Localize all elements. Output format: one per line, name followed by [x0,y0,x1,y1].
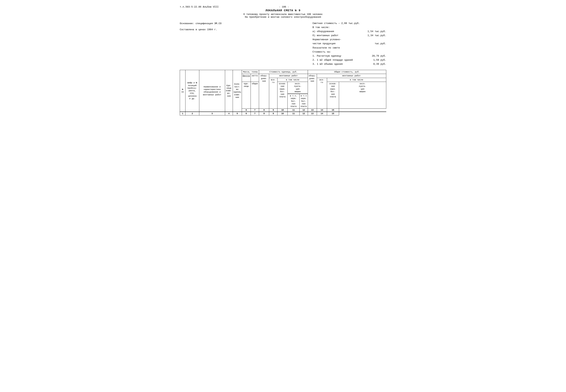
header-row-1: №пп Шифр и №позицийпрейску-ранта,УСН,цен… [180,70,386,74]
colnum-4: 4 [225,112,233,115]
col-num-6: 6 [242,108,251,112]
colnum-13: 13 [308,112,317,115]
col-header-2: Шифр и №позицийпрейску-ранта,УСН,ценника… [185,70,199,112]
col-num-12: 12 [300,108,308,112]
col-header-stoimost-ed: Стоимость единицы, руб. [259,70,308,74]
col-header-vtom-ob: в том числе [327,78,386,82]
col-header-1: №пп [180,70,185,112]
col-num-14: 14 [317,108,327,112]
info-pokazateli: Показатели по смете [313,46,386,50]
colnum-9: 9 [269,112,277,115]
info-norm2: чистая продукция тыс.руб. [313,42,386,46]
colnum-10: 10 [277,112,288,115]
col-header-obor-ed: обору-дова-ния [259,74,269,108]
col-header-montazh-ed: монтажных работ [269,74,308,78]
colnum-14: 14 [317,112,327,115]
col-header-3: Наименование ихарактеристикаоборудования… [199,70,225,112]
colnum-8: 8 [259,112,269,115]
doc-title: ЛОКАЛЬНАЯ СМЕТА № 9 [180,9,386,12]
col-header-netto: нетто [251,74,259,82]
col-header-obor-ob: обору-дова-ния [308,74,317,108]
colnum-1: 1 [180,112,185,115]
info-montazh: б) монтажных работ 1,34 тыс.руб. [313,34,386,38]
col-header-obshaya: общая [251,82,259,108]
info-norm1: Нормативная условно- [313,38,386,42]
col-num-9: 9 [269,108,277,112]
col-num-15: 15 [327,108,339,112]
col-header-vtom-ed: в том числе [277,78,308,82]
info-year: Составлена в ценах 1984 г. [180,28,221,32]
colnum-6: 6 [242,112,251,115]
info-stoimost: Стоимость на: [313,50,386,54]
col-header-mass: Масса, тонны [242,70,259,74]
col-header-montazh-ob: монтажных работ [317,74,386,78]
subtitle2: На приобретение и монтаж силового электр… [180,16,386,18]
info-m2: 2. 1 м2 общей площади зданий 1,59 руб. [313,58,386,62]
col-header-5: Коли-чест-воединицизме-ния [233,70,242,112]
col-num-11: 11 [288,108,300,112]
info-equipment: а) оборудования 1,54 тыс.руб. [313,29,386,34]
colnum-7: 7 [251,112,259,115]
info-vtom: В том числе: [313,26,386,29]
subtitle1: К типовому проекту автовокзала вместимос… [180,13,386,16]
col-header-osnov-ed: основ-наязара-бот-наяплата [277,82,288,108]
col-num-8: 8 [259,108,269,112]
col-header-obsh-stoimost: Общая стоимость, руб. [308,70,386,74]
col-header-exp-dbl-ob: в т.чзара-бот-наяплата [300,94,308,108]
col-header-osnov-ob: основ-наязара-бот-наяплата [327,82,339,108]
colnum-11: 11 [288,112,300,115]
page-number: - 186 - [219,6,349,8]
col-header-brutto: брутто [242,74,251,82]
col-header-edinitsy: еди-ницы [242,82,251,108]
col-header-exp-ob: эксп-луата-циямашин [339,82,386,108]
info-raschet: 1. Расчетную единицу 28,76 руб. [313,54,386,58]
colnum-15: 15 [327,112,339,115]
col-header-exp-ed: эксп-луата-циямашин [288,82,308,94]
col-num-7: 7 [251,108,259,112]
info-osnov: Основание: спецификация ЭМ.СО [180,21,221,26]
col-header-exp-dbl-ed: в т.ч.зара-бот-наяплата [288,94,300,108]
colnum-3: 3 [199,112,225,115]
colnum-2: 2 [185,112,199,115]
info-m3: 3. 1 м3 объема здания 0,39 руб. [313,62,386,66]
all-col-numbers-row: 1 2 3 4 5 6 7 8 9 10 11 12 13 14 15 [180,112,386,115]
doc-ref: т.п.503-5-22.86 Альбом VIII [180,6,219,8]
col-header-4: Еди-ницаизме-ре-ния [225,70,233,112]
info-smeta-cost: Сметная стоимость – 2,88 тыс.руб. [313,21,386,26]
main-table: №пп Шифр и №позицийпрейску-ранта,УСН,цен… [180,70,386,115]
colnum-5: 5 [233,112,242,115]
col-header-vsego-ob: все-го [317,78,327,108]
col-header-vsego-ed: все-го [269,78,277,108]
colnum-12: 12 [300,112,308,115]
col-num-13: 13 [308,108,317,112]
col-num-10: 10 [277,108,288,112]
